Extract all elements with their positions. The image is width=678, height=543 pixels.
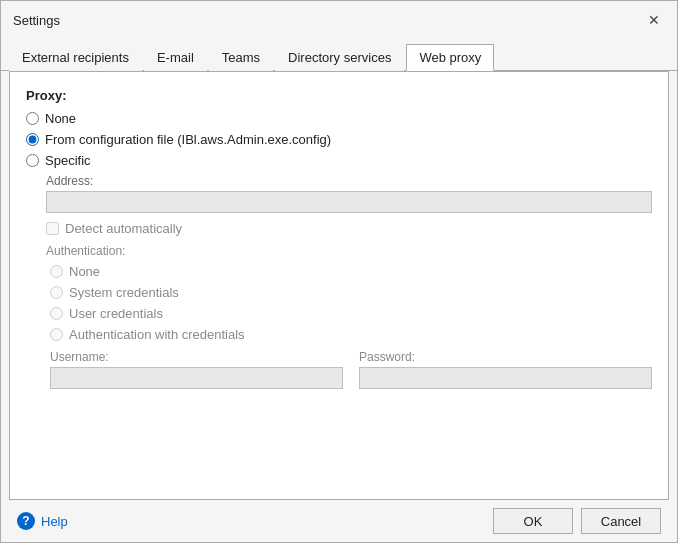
- tab-directory-services[interactable]: Directory services: [275, 44, 404, 71]
- ok-button[interactable]: OK: [493, 508, 573, 534]
- dialog-title: Settings: [13, 13, 60, 28]
- credentials-row: Username: Password:: [50, 350, 652, 389]
- main-content: Proxy: None From configuration file (IBl…: [9, 71, 669, 500]
- tab-web-proxy[interactable]: Web proxy: [406, 44, 494, 71]
- address-input[interactable]: [46, 191, 652, 213]
- auth-credentials-label: Authentication with credentials: [69, 327, 245, 342]
- cancel-button[interactable]: Cancel: [581, 508, 661, 534]
- password-input[interactable]: [359, 367, 652, 389]
- auth-system-label: System credentials: [69, 285, 179, 300]
- auth-none-radio[interactable]: [50, 265, 63, 278]
- help-label: Help: [41, 514, 68, 529]
- username-field: Username:: [50, 350, 343, 389]
- close-button[interactable]: ✕: [643, 9, 665, 31]
- proxy-section-label: Proxy:: [26, 88, 652, 103]
- proxy-option-none[interactable]: None: [26, 111, 652, 126]
- proxy-specific-label: Specific: [45, 153, 91, 168]
- proxy-specific-radio[interactable]: [26, 154, 39, 167]
- authentication-label: Authentication:: [46, 244, 652, 258]
- address-label: Address:: [46, 174, 652, 188]
- auth-credentials-radio[interactable]: [50, 328, 63, 341]
- footer-buttons: OK Cancel: [493, 508, 661, 534]
- auth-none-label: None: [69, 264, 100, 279]
- proxy-option-from-config[interactable]: From configuration file (IBl.aws.Admin.e…: [26, 132, 652, 147]
- proxy-none-radio[interactable]: [26, 112, 39, 125]
- help-icon: ?: [17, 512, 35, 530]
- detect-automatically-row: Detect automatically: [46, 221, 652, 236]
- auth-user-radio[interactable]: [50, 307, 63, 320]
- detect-automatically-checkbox[interactable]: [46, 222, 59, 235]
- auth-radio-group: None System credentials User credentials…: [50, 264, 652, 342]
- auth-option-system[interactable]: System credentials: [50, 285, 652, 300]
- proxy-none-label: None: [45, 111, 76, 126]
- footer: ? Help OK Cancel: [1, 500, 677, 542]
- settings-dialog: Settings ✕ External recipients E-mail Te…: [0, 0, 678, 543]
- auth-system-radio[interactable]: [50, 286, 63, 299]
- proxy-radio-group: None From configuration file (IBl.aws.Ad…: [26, 111, 652, 168]
- specific-section: Address: Detect automatically Authentica…: [46, 174, 652, 389]
- proxy-config-label: From configuration file (IBl.aws.Admin.e…: [45, 132, 331, 147]
- auth-option-credentials[interactable]: Authentication with credentials: [50, 327, 652, 342]
- tab-teams[interactable]: Teams: [209, 44, 273, 71]
- tab-external-recipients[interactable]: External recipients: [9, 44, 142, 71]
- tab-bar: External recipients E-mail Teams Directo…: [1, 39, 677, 71]
- title-bar: Settings ✕: [1, 1, 677, 39]
- username-input[interactable]: [50, 367, 343, 389]
- detect-automatically-label: Detect automatically: [65, 221, 182, 236]
- password-field: Password:: [359, 350, 652, 389]
- proxy-option-specific[interactable]: Specific: [26, 153, 652, 168]
- help-button[interactable]: ? Help: [17, 512, 68, 530]
- proxy-config-radio[interactable]: [26, 133, 39, 146]
- tab-email[interactable]: E-mail: [144, 44, 207, 71]
- auth-user-label: User credentials: [69, 306, 163, 321]
- password-label: Password:: [359, 350, 652, 364]
- auth-option-none[interactable]: None: [50, 264, 652, 279]
- username-label: Username:: [50, 350, 343, 364]
- auth-option-user[interactable]: User credentials: [50, 306, 652, 321]
